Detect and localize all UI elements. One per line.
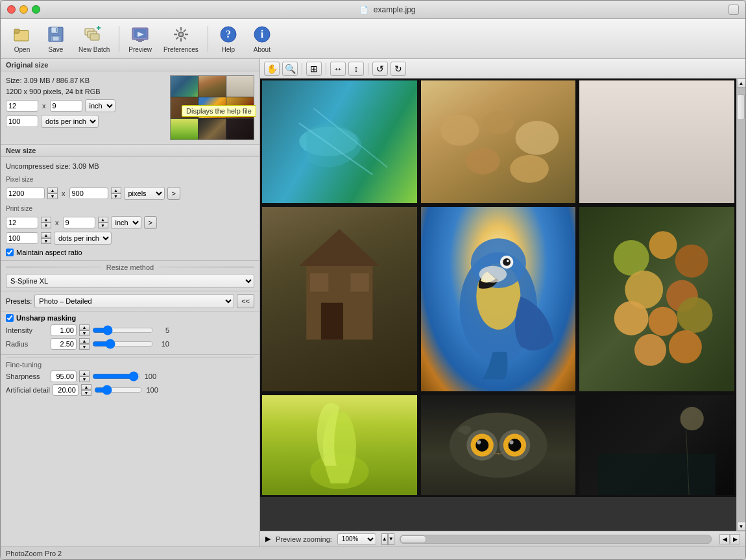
- svg-rect-1: [14, 29, 19, 33]
- intensity-stepper[interactable]: ▲▼: [79, 324, 90, 336]
- artifact-slider[interactable]: [94, 385, 143, 395]
- print-go-button[interactable]: >: [144, 216, 157, 229]
- scroll-thumb[interactable]: [737, 94, 745, 120]
- svg-point-48: [503, 258, 511, 266]
- svg-point-68: [508, 439, 521, 452]
- unsharp-checkbox[interactable]: [6, 314, 14, 322]
- expand-btn[interactable]: ▶: [265, 535, 271, 543]
- thumb-3: [226, 76, 254, 97]
- main-content: Original size Size: 3.09 MB / 886.87 KB …: [1, 59, 745, 546]
- open-label: Open: [14, 46, 30, 53]
- save-label: Save: [49, 46, 64, 53]
- preferences-button[interactable]: Preferences: [158, 21, 204, 56]
- svg-text:i: i: [261, 29, 264, 40]
- original-size-header: Original size: [1, 59, 259, 71]
- open-button[interactable]: Open: [6, 21, 38, 56]
- main-window: 📄 example.jpg Open: [0, 0, 746, 560]
- radius-stepper[interactable]: ▲▼: [79, 338, 90, 350]
- pixel-size-row: ▲▼ x ▲▼ pixels percent >: [6, 187, 254, 200]
- print-dpi-stepper[interactable]: ▲▼: [41, 232, 51, 244]
- svg-point-60: [669, 330, 702, 363]
- print-dpi-input[interactable]: [6, 232, 38, 244]
- original-dpi-unit-select[interactable]: dots per inch dots per cm: [41, 115, 99, 128]
- sharpness-row: Sharpness ▲▼ 100: [6, 371, 254, 382]
- pixel-unit-select[interactable]: pixels percent: [124, 187, 165, 200]
- fine-tuning-section: Fine-tuning Sharpness ▲▼ 100 Artificial …: [1, 355, 259, 400]
- new-batch-button[interactable]: New Batch: [73, 21, 115, 56]
- pixel-width-input[interactable]: [6, 188, 45, 199]
- print-width-input[interactable]: [6, 217, 38, 228]
- flip-h-button[interactable]: ↔: [330, 62, 346, 76]
- original-height-input[interactable]: [50, 100, 82, 112]
- vertical-scrollbar[interactable]: ▲ ▼: [736, 79, 745, 531]
- scroll-up-button[interactable]: ▲: [737, 79, 746, 88]
- flip-v-button[interactable]: ↕: [348, 62, 364, 76]
- print-dpi-unit-select[interactable]: dots per inch dots per cm: [54, 232, 112, 245]
- intensity-slider[interactable]: [92, 326, 154, 335]
- print-unit-select[interactable]: inch cm mm: [111, 216, 141, 229]
- pixel-height-stepper[interactable]: ▲▼: [111, 188, 121, 199]
- preferences-label: Preferences: [163, 46, 199, 53]
- artifact-input[interactable]: [53, 384, 78, 396]
- sharpness-slider[interactable]: [92, 372, 141, 381]
- sharpness-input[interactable]: [51, 371, 77, 382]
- horizontal-scroll-thumb[interactable]: [400, 535, 426, 543]
- artifact-stepper[interactable]: ▲▼: [81, 384, 91, 396]
- photo-cell-3: [577, 79, 736, 205]
- original-unit-select[interactable]: inch cm mm: [85, 99, 115, 112]
- toolbar-separator-1: [119, 26, 119, 52]
- photo-cell-8: [419, 393, 578, 497]
- rotate-ccw-button[interactable]: ↺: [372, 62, 388, 76]
- svg-line-25: [184, 30, 186, 32]
- scroll-down-button[interactable]: ▼: [737, 522, 746, 531]
- fine-tuning-label: Fine-tuning: [6, 358, 254, 369]
- sharpness-stepper[interactable]: ▲▼: [79, 371, 90, 382]
- horizontal-scrollbar[interactable]: [400, 535, 712, 544]
- original-unit-row: x inch cm mm: [6, 99, 165, 112]
- minimize-button[interactable]: [19, 5, 28, 14]
- presets-collapse-button[interactable]: <<: [237, 294, 254, 308]
- sharpness-max: 100: [143, 372, 156, 380]
- svg-point-67: [475, 439, 488, 452]
- nav-right-button[interactable]: ▶: [730, 534, 740, 544]
- radius-slider[interactable]: [92, 339, 154, 348]
- save-button[interactable]: Save: [40, 21, 72, 56]
- photo-cell-9: [577, 393, 736, 497]
- help-button[interactable]: ? Help: [212, 21, 245, 56]
- scroll-track[interactable]: [737, 88, 745, 522]
- zoom-select[interactable]: 100% 50% 75% 150% 200%: [337, 533, 376, 545]
- pixel-width-stepper[interactable]: ▲▼: [47, 188, 58, 199]
- svg-point-72: [680, 407, 704, 430]
- pixel-go-button[interactable]: >: [167, 187, 180, 200]
- original-dpi-input[interactable]: [6, 116, 38, 127]
- window-resize-btn[interactable]: [728, 5, 739, 15]
- new-batch-icon: [84, 24, 104, 45]
- svg-point-59: [634, 334, 666, 366]
- maximize-button[interactable]: [32, 5, 40, 14]
- print-width-stepper[interactable]: ▲▼: [41, 217, 51, 228]
- thumb-1: [171, 76, 198, 97]
- intensity-input[interactable]: [51, 324, 77, 336]
- hand-tool-button[interactable]: ✋: [264, 62, 280, 76]
- print-size-row: ▲▼ x ▲▼ inch cm mm >: [6, 216, 254, 229]
- radius-input[interactable]: [51, 338, 77, 350]
- preview-label: Preview: [128, 46, 152, 53]
- rotate-cw-button[interactable]: ↻: [391, 62, 406, 76]
- about-button[interactable]: i About: [246, 21, 278, 56]
- crop-tool-button[interactable]: ⊞: [306, 62, 322, 76]
- nav-left-button[interactable]: ◀: [719, 534, 730, 544]
- close-button[interactable]: [7, 5, 16, 14]
- preview-button[interactable]: Preview: [123, 21, 157, 56]
- presets-select[interactable]: Photo – Detailed Photo – Normal Photo – …: [34, 294, 234, 308]
- print-dpi-row: ▲▼ dots per inch dots per cm: [6, 232, 254, 245]
- print-height-stepper[interactable]: ▲▼: [98, 217, 108, 228]
- pixel-height-input[interactable]: [69, 188, 108, 199]
- artifact-row: Artificial detail ▲▼ 100: [6, 384, 254, 396]
- maintain-aspect-checkbox[interactable]: [6, 249, 14, 256]
- original-width-input[interactable]: [6, 100, 38, 112]
- zoom-tool-button[interactable]: 🔍: [282, 62, 298, 76]
- print-height-input[interactable]: [63, 217, 95, 228]
- resize-method-select[interactable]: S-Spline XL S-Spline Lanczos Bicubic: [6, 274, 254, 288]
- zoom-stepper[interactable]: ▲ ▼: [381, 533, 392, 545]
- svg-point-36: [515, 121, 559, 155]
